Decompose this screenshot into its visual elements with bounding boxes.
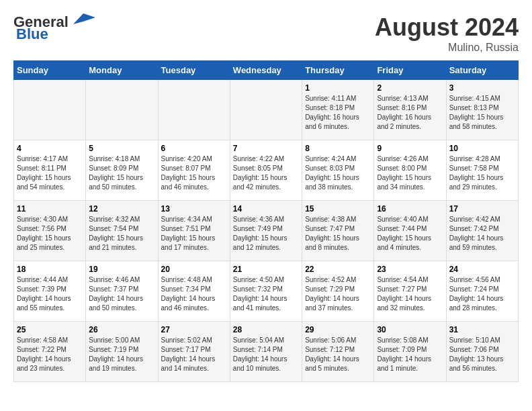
week-row-2: 4Sunrise: 4:17 AM Sunset: 8:11 PM Daylig… bbox=[14, 140, 519, 201]
header-friday: Friday bbox=[374, 61, 446, 80]
calendar-cell: 1Sunrise: 4:11 AM Sunset: 8:18 PM Daylig… bbox=[302, 80, 374, 140]
day-number: 3 bbox=[449, 83, 515, 93]
calendar-cell: 27Sunrise: 5:02 AM Sunset: 7:17 PM Dayli… bbox=[158, 322, 230, 382]
day-info: Sunrise: 4:28 AM Sunset: 7:58 PM Dayligh… bbox=[449, 154, 515, 192]
day-info: Sunrise: 4:20 AM Sunset: 8:07 PM Dayligh… bbox=[161, 154, 227, 192]
day-info: Sunrise: 4:32 AM Sunset: 7:54 PM Dayligh… bbox=[89, 215, 154, 253]
day-info: Sunrise: 4:44 AM Sunset: 7:39 PM Dayligh… bbox=[17, 275, 83, 313]
day-number: 30 bbox=[377, 325, 443, 334]
day-info: Sunrise: 4:18 AM Sunset: 8:09 PM Dayligh… bbox=[89, 154, 154, 192]
calendar-cell: 20Sunrise: 4:48 AM Sunset: 7:34 PM Dayli… bbox=[158, 261, 230, 322]
day-info: Sunrise: 4:24 AM Sunset: 8:03 PM Dayligh… bbox=[305, 154, 371, 192]
calendar-cell: 16Sunrise: 4:40 AM Sunset: 7:44 PM Dayli… bbox=[374, 201, 446, 261]
calendar-cell bbox=[86, 80, 158, 140]
calendar-cell: 3Sunrise: 4:15 AM Sunset: 8:13 PM Daylig… bbox=[446, 80, 518, 140]
calendar-cell bbox=[158, 80, 230, 140]
calendar-cell: 7Sunrise: 4:22 AM Sunset: 8:05 PM Daylig… bbox=[230, 140, 302, 201]
day-number: 22 bbox=[305, 265, 371, 274]
header-saturday: Saturday bbox=[446, 61, 518, 80]
calendar-cell: 15Sunrise: 4:38 AM Sunset: 7:47 PM Dayli… bbox=[302, 201, 374, 261]
day-info: Sunrise: 4:58 AM Sunset: 7:22 PM Dayligh… bbox=[17, 336, 83, 373]
day-number: 21 bbox=[233, 265, 299, 274]
day-info: Sunrise: 5:02 AM Sunset: 7:17 PM Dayligh… bbox=[161, 336, 227, 373]
day-info: Sunrise: 5:08 AM Sunset: 7:09 PM Dayligh… bbox=[377, 336, 443, 373]
calendar-cell: 18Sunrise: 4:44 AM Sunset: 7:39 PM Dayli… bbox=[14, 261, 86, 322]
day-number: 12 bbox=[89, 204, 154, 214]
day-info: Sunrise: 4:48 AM Sunset: 7:34 PM Dayligh… bbox=[161, 275, 227, 313]
day-number: 19 bbox=[89, 265, 154, 274]
day-number: 20 bbox=[161, 265, 227, 274]
logo-bird-icon bbox=[70, 12, 95, 26]
day-number: 23 bbox=[377, 265, 443, 274]
calendar-cell bbox=[230, 80, 302, 140]
day-number: 27 bbox=[161, 325, 227, 334]
calendar-cell bbox=[14, 80, 86, 140]
day-number: 7 bbox=[233, 144, 299, 153]
calendar-cell: 12Sunrise: 4:32 AM Sunset: 7:54 PM Dayli… bbox=[86, 201, 158, 261]
header-sunday: Sunday bbox=[14, 61, 86, 80]
day-number: 25 bbox=[17, 325, 83, 334]
day-number: 16 bbox=[377, 204, 443, 214]
calendar-cell: 23Sunrise: 4:54 AM Sunset: 7:27 PM Dayli… bbox=[374, 261, 446, 322]
day-info: Sunrise: 4:50 AM Sunset: 7:32 PM Dayligh… bbox=[233, 275, 299, 313]
calendar-cell: 8Sunrise: 4:24 AM Sunset: 8:03 PM Daylig… bbox=[302, 140, 374, 201]
day-info: Sunrise: 5:04 AM Sunset: 7:14 PM Dayligh… bbox=[233, 336, 299, 373]
week-row-4: 18Sunrise: 4:44 AM Sunset: 7:39 PM Dayli… bbox=[14, 261, 519, 322]
week-row-1: 1Sunrise: 4:11 AM Sunset: 8:18 PM Daylig… bbox=[14, 80, 519, 140]
day-number: 5 bbox=[89, 144, 154, 153]
day-number: 28 bbox=[233, 325, 299, 334]
day-number: 11 bbox=[17, 204, 83, 214]
day-info: Sunrise: 4:40 AM Sunset: 7:44 PM Dayligh… bbox=[377, 215, 443, 253]
day-number: 13 bbox=[161, 204, 227, 214]
calendar-cell: 5Sunrise: 4:18 AM Sunset: 8:09 PM Daylig… bbox=[86, 140, 158, 201]
header-thursday: Thursday bbox=[302, 61, 374, 80]
day-number: 4 bbox=[17, 144, 83, 153]
day-info: Sunrise: 4:56 AM Sunset: 7:24 PM Dayligh… bbox=[449, 275, 515, 313]
svg-marker-0 bbox=[73, 13, 95, 24]
day-number: 10 bbox=[449, 144, 515, 153]
calendar-cell: 29Sunrise: 5:06 AM Sunset: 7:12 PM Dayli… bbox=[302, 322, 374, 382]
day-number: 1 bbox=[305, 83, 371, 93]
day-info: Sunrise: 4:54 AM Sunset: 7:27 PM Dayligh… bbox=[377, 275, 443, 313]
week-row-5: 25Sunrise: 4:58 AM Sunset: 7:22 PM Dayli… bbox=[14, 322, 519, 382]
logo-blue: Blue bbox=[16, 26, 48, 43]
calendar-cell: 19Sunrise: 4:46 AM Sunset: 7:37 PM Dayli… bbox=[86, 261, 158, 322]
day-info: Sunrise: 4:36 AM Sunset: 7:49 PM Dayligh… bbox=[233, 215, 299, 253]
main-title: August 2024 bbox=[375, 13, 519, 42]
day-number: 14 bbox=[233, 204, 299, 214]
day-number: 29 bbox=[305, 325, 371, 334]
title-area: August 2024 Mulino, Russia bbox=[375, 13, 519, 54]
calendar-cell: 2Sunrise: 4:13 AM Sunset: 8:16 PM Daylig… bbox=[374, 80, 446, 140]
calendar-cell: 30Sunrise: 5:08 AM Sunset: 7:09 PM Dayli… bbox=[374, 322, 446, 382]
calendar-cell: 11Sunrise: 4:30 AM Sunset: 7:56 PM Dayli… bbox=[14, 201, 86, 261]
calendar-cell: 6Sunrise: 4:20 AM Sunset: 8:07 PM Daylig… bbox=[158, 140, 230, 201]
day-number: 15 bbox=[305, 204, 371, 214]
day-info: Sunrise: 5:10 AM Sunset: 7:06 PM Dayligh… bbox=[449, 336, 515, 373]
day-info: Sunrise: 5:06 AM Sunset: 7:12 PM Dayligh… bbox=[305, 336, 371, 373]
day-info: Sunrise: 4:30 AM Sunset: 7:56 PM Dayligh… bbox=[17, 215, 83, 253]
calendar-cell: 17Sunrise: 4:42 AM Sunset: 7:42 PM Dayli… bbox=[446, 201, 518, 261]
calendar-cell: 4Sunrise: 4:17 AM Sunset: 8:11 PM Daylig… bbox=[14, 140, 86, 201]
calendar-cell: 13Sunrise: 4:34 AM Sunset: 7:51 PM Dayli… bbox=[158, 201, 230, 261]
day-info: Sunrise: 4:26 AM Sunset: 8:00 PM Dayligh… bbox=[377, 154, 443, 192]
calendar-table: SundayMondayTuesdayWednesdayThursdayFrid… bbox=[13, 60, 519, 382]
logo: General Blue bbox=[13, 13, 95, 43]
calendar-cell: 28Sunrise: 5:04 AM Sunset: 7:14 PM Dayli… bbox=[230, 322, 302, 382]
day-info: Sunrise: 4:22 AM Sunset: 8:05 PM Dayligh… bbox=[233, 154, 299, 192]
day-info: Sunrise: 4:13 AM Sunset: 8:16 PM Dayligh… bbox=[377, 94, 443, 132]
header-tuesday: Tuesday bbox=[158, 61, 230, 80]
day-number: 9 bbox=[377, 144, 443, 153]
day-number: 17 bbox=[449, 204, 515, 214]
day-info: Sunrise: 4:11 AM Sunset: 8:18 PM Dayligh… bbox=[305, 94, 371, 132]
day-info: Sunrise: 4:34 AM Sunset: 7:51 PM Dayligh… bbox=[161, 215, 227, 253]
day-info: Sunrise: 4:46 AM Sunset: 7:37 PM Dayligh… bbox=[89, 275, 154, 313]
calendar-cell: 24Sunrise: 4:56 AM Sunset: 7:24 PM Dayli… bbox=[446, 261, 518, 322]
day-info: Sunrise: 4:42 AM Sunset: 7:42 PM Dayligh… bbox=[449, 215, 515, 253]
day-number: 2 bbox=[377, 83, 443, 93]
calendar-cell: 22Sunrise: 4:52 AM Sunset: 7:29 PM Dayli… bbox=[302, 261, 374, 322]
day-info: Sunrise: 4:52 AM Sunset: 7:29 PM Dayligh… bbox=[305, 275, 371, 313]
calendar-cell: 26Sunrise: 5:00 AM Sunset: 7:19 PM Dayli… bbox=[86, 322, 158, 382]
calendar-cell: 9Sunrise: 4:26 AM Sunset: 8:00 PM Daylig… bbox=[374, 140, 446, 201]
header-wednesday: Wednesday bbox=[230, 61, 302, 80]
day-number: 6 bbox=[161, 144, 227, 153]
